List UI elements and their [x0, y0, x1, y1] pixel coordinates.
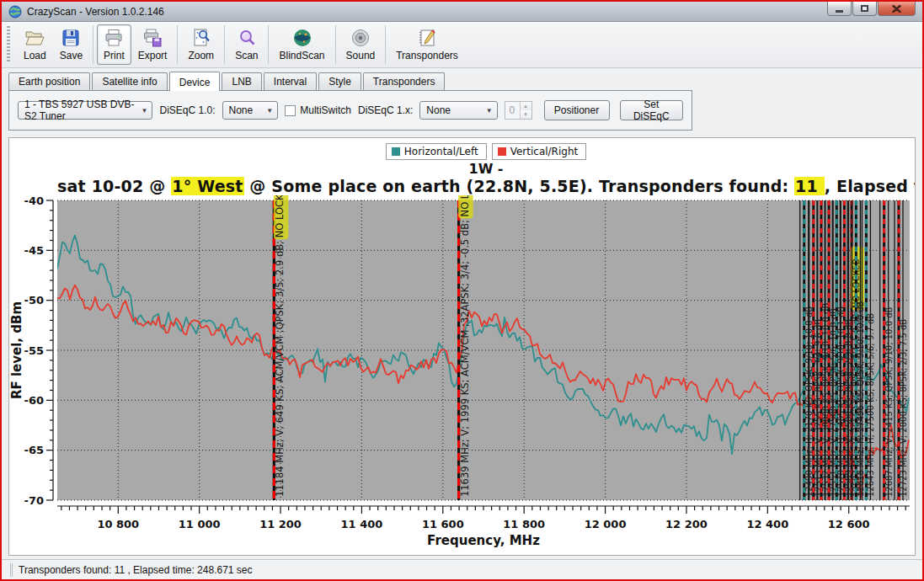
spinner-down-button[interactable]: ▼ — [521, 110, 531, 119]
legend-label: Vertical/Right — [510, 146, 579, 157]
close-icon — [892, 5, 901, 13]
svg-text:12687 MHz; V; 2415 KS; QPSK; 9: 12687 MHz; V; 2415 KS; QPSK; 9/10; 10.0 … — [884, 306, 894, 497]
tuner-select[interactable]: 1 - TBS 5927 USB DVB-S2 Tuner ▼ — [18, 101, 152, 120]
svg-text:11639 MHz; V; 1999 KS; ACM/VCM: 11639 MHz; V; 1999 KS; ACM/VCM ;32APSK; … — [459, 195, 471, 497]
chart-title: 1W - — [57, 161, 915, 177]
toolbar-button-label: Scan — [235, 50, 258, 61]
toolbar-grip[interactable] — [7, 26, 10, 63]
svg-text:-50: -50 — [24, 294, 45, 306]
tab-satellite-info[interactable]: Satellite info — [92, 72, 167, 90]
marker-label: 12643 MHz; H; 27500 KS; 8PSK; 5/6; 9.7 d… — [866, 313, 875, 497]
svg-text:-40: -40 — [24, 195, 45, 207]
toolbar-button-blindscan[interactable]: BlindScan — [272, 24, 331, 65]
toolbar-button-label: BlindScan — [279, 50, 324, 61]
svg-text:11 000: 11 000 — [179, 518, 221, 530]
chevron-down-icon: ▼ — [136, 107, 148, 115]
toolbar-button-label: Print — [104, 50, 125, 61]
positioner-button[interactable]: Positioner — [544, 100, 610, 120]
toolbar-separator — [385, 25, 386, 64]
set-diseqc-button[interactable]: Set DiSEqC — [620, 100, 683, 120]
svg-text:11 800: 11 800 — [503, 518, 545, 530]
tuner-select-value: 1 - TBS 5927 USB DVB-S2 Tuner — [24, 99, 136, 122]
save-icon — [61, 28, 81, 48]
toolbar-button-label: Zoom — [188, 50, 214, 61]
toolbar-button-label: Sound — [346, 50, 376, 61]
subtitle-text: @ Some place on earth (22.8N, 5.5E). Tra… — [244, 177, 795, 195]
diseqc1x-select-value: None — [426, 104, 451, 116]
svg-text:10 800: 10 800 — [97, 518, 139, 530]
tab-interval[interactable]: Interval — [264, 72, 317, 90]
app-globe-icon — [8, 5, 22, 19]
diseqc10-select[interactable]: None ▼ — [222, 101, 279, 120]
svg-text:11184 MHz; V; 649 KS; ACM/VCM: 11184 MHz; V; 649 KS; ACM/VCM ;QPSK; 3/5… — [274, 195, 286, 497]
load-icon — [24, 28, 45, 48]
toolbar-separator — [177, 25, 178, 64]
minimize-button[interactable] — [827, 2, 852, 16]
subtitle-text: , Elapsed time: — [825, 177, 915, 195]
tab-transponders[interactable]: Transponders — [363, 72, 446, 90]
svg-text:12723 MHz; V; 2000 KS; 8PSK; 2: 12723 MHz; V; 2000 KS; 8PSK; 2/3; 7.5 dB — [899, 319, 908, 497]
y-axis-title: RF level, dBm — [9, 301, 24, 399]
svg-text:-60: -60 — [24, 394, 45, 407]
tab-strip: Earth positionSatellite infoDeviceLNBInt… — [2, 71, 922, 90]
zoom-icon — [191, 28, 211, 48]
svg-text:12618 MHz; H; 27496 KS; QPSK;: 12618 MHz; H; 27496 KS; QPSK; 9/10; 10.0… — [856, 301, 865, 497]
legend-swatch-icon — [392, 147, 400, 156]
svg-text:-55: -55 — [24, 344, 45, 357]
toolbar-button-zoom[interactable]: Zoom — [181, 24, 221, 65]
tab-device[interactable]: Device — [169, 72, 221, 91]
chevron-down-icon: ▼ — [481, 107, 493, 115]
tab-style[interactable]: Style — [318, 72, 361, 90]
status-text: Transponders found: 11 , Elapsed time: 2… — [19, 564, 253, 576]
toolbar-button-load[interactable]: Load — [17, 24, 53, 65]
toolbar-button-save[interactable]: Save — [53, 24, 89, 65]
export-icon — [142, 28, 163, 48]
diseqc10-select-value: None — [229, 104, 254, 116]
svg-text:12 400: 12 400 — [746, 518, 788, 530]
toolbar-separator — [93, 25, 93, 64]
toolbar-button-label: Load — [24, 50, 46, 61]
window-titlebar[interactable]: CrazyScan - Version 1.0.2.146 — [2, 2, 922, 22]
svg-text:12643 MHz; H; 27500 KS; 8PSK;: 12643 MHz; H; 27500 KS; 8PSK; 5/6; 9.7 d… — [866, 313, 875, 497]
toolbar-button-transponders[interactable]: Transponders — [389, 24, 465, 65]
toolbar-button-scan[interactable]: Scan — [228, 24, 264, 65]
subtitle-text: sat 10-02 @ — [57, 177, 171, 195]
legend-item: Horizontal/Left — [386, 143, 487, 160]
toolbar: LoadSavePrintExportZoomScanBlindScanSoun… — [2, 22, 922, 68]
multiswitch-checkbox[interactable] — [285, 105, 296, 116]
position-spinner[interactable]: 0 ▲ ▼ — [505, 101, 532, 120]
toolbar-button-sound[interactable]: Sound — [339, 24, 382, 65]
position-spinner-value: 0 — [505, 102, 520, 119]
svg-text:-45: -45 — [24, 244, 45, 257]
diseqc1x-select[interactable]: None ▼ — [419, 101, 497, 120]
toolbar-button-export[interactable]: Export — [131, 24, 174, 65]
toolbar-button-print[interactable]: Print — [97, 24, 131, 65]
svg-text:12 000: 12 000 — [585, 518, 627, 530]
svg-text:-70: -70 — [24, 494, 45, 507]
maximize-button[interactable] — [852, 2, 877, 16]
legend-label: Horizontal/Left — [404, 146, 478, 157]
svg-text:-65: -65 — [24, 444, 45, 456]
svg-text:11 600: 11 600 — [422, 518, 464, 530]
svg-text:12 200: 12 200 — [665, 518, 708, 530]
x-axis-title: Frequency, MHz — [427, 533, 540, 548]
marker-label: 12723 MHz; V; 2000 KS; 8PSK; 2/3; 7.5 dB — [899, 319, 908, 497]
svg-text:11 200: 11 200 — [259, 518, 302, 530]
subtitle-highlight: 1° West — [171, 177, 243, 195]
toolbar-separator — [224, 25, 225, 64]
close-button[interactable] — [878, 2, 916, 16]
marker-label: 12618 MHz; H; 27496 KS; QPSK; 9/10; 10.0… — [856, 301, 865, 497]
sound-icon — [350, 28, 371, 48]
toolbar-button-label: Save — [60, 50, 83, 61]
legend-item: Vertical/Right — [492, 143, 587, 160]
status-bar: Transponders found: 11 , Elapsed time: 2… — [2, 559, 922, 579]
subtitle-highlight: 11 — [794, 177, 825, 195]
device-panel: 1 - TBS 5927 USB DVB-S2 Tuner ▼ DiSEqC 1… — [8, 90, 692, 131]
tab-earth-position[interactable]: Earth position — [8, 72, 90, 90]
spinner-up-button[interactable]: ▲ — [521, 102, 531, 110]
chart-subtitle: sat 10-02 @ 1° West @ Some place on eart… — [57, 177, 915, 195]
tab-lnb[interactable]: LNB — [222, 72, 261, 90]
diseqc1x-label: DiSEqC 1.x: — [358, 104, 413, 116]
toolbar-button-label: Transponders — [396, 50, 458, 61]
window-title: CrazyScan - Version 1.0.2.146 — [27, 6, 164, 18]
